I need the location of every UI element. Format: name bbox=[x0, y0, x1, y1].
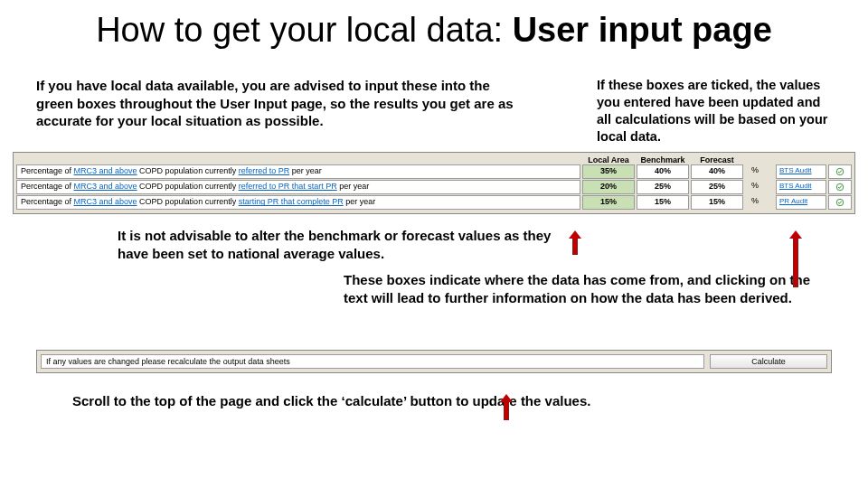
updated-tick-icon bbox=[828, 164, 852, 179]
gap bbox=[765, 180, 774, 194]
table-row: Percentage of MRC3 and above COPD popula… bbox=[16, 180, 852, 194]
table-row: Percentage of MRC3 and above COPD popula… bbox=[16, 195, 852, 210]
local-area-input[interactable]: 20% bbox=[582, 180, 635, 194]
row-label: Percentage of MRC3 and above COPD popula… bbox=[16, 164, 580, 179]
header-local: Local Area bbox=[582, 155, 635, 164]
note-scroll-calculate: Scroll to the top of the page and click … bbox=[72, 393, 868, 408]
local-area-input[interactable]: 35% bbox=[582, 164, 635, 179]
local-area-input[interactable]: 15% bbox=[582, 195, 635, 210]
gap bbox=[765, 164, 774, 179]
intro-left-text: If you have local data available, you ar… bbox=[36, 77, 524, 145]
arrow-up-audit bbox=[793, 237, 798, 287]
row-label: Percentage of MRC3 and above COPD popula… bbox=[16, 195, 580, 210]
title-bold: User input page bbox=[513, 11, 772, 49]
unit-label: % bbox=[745, 195, 765, 210]
updated-tick-icon bbox=[828, 180, 852, 194]
header-benchmark: Benchmark bbox=[637, 155, 689, 164]
benchmark-value: 15% bbox=[637, 195, 689, 210]
arrow-up-calculate bbox=[504, 400, 509, 420]
benchmark-value: 25% bbox=[637, 180, 689, 194]
forecast-value: 15% bbox=[691, 195, 743, 210]
page-title: How to get your local data: User input p… bbox=[0, 11, 868, 50]
benchmark-value: 40% bbox=[637, 164, 689, 179]
intro-right-text: If these boxes are ticked, the values yo… bbox=[597, 77, 832, 145]
header-forecast: Forecast bbox=[691, 155, 743, 164]
spreadsheet-panel: Local Area Benchmark Forecast Percentage… bbox=[13, 152, 855, 214]
table-row: Percentage of MRC3 and above COPD popula… bbox=[16, 164, 852, 179]
arrow-up-benchmark bbox=[572, 237, 578, 255]
forecast-value: 40% bbox=[691, 164, 743, 179]
audit-source-link[interactable]: BTS Audit bbox=[776, 180, 826, 194]
forecast-value: 25% bbox=[691, 180, 743, 194]
unit-label: % bbox=[745, 180, 765, 194]
calculate-button[interactable]: Calculate bbox=[710, 354, 827, 369]
note-benchmark: It is not advisable to alter the benchma… bbox=[118, 227, 570, 262]
calc-instruction: If any values are changed please recalcu… bbox=[41, 354, 704, 369]
calculate-bar: If any values are changed please recalcu… bbox=[36, 350, 832, 373]
title-plain: How to get your local data: bbox=[96, 11, 512, 49]
audit-source-link[interactable]: BTS Audit bbox=[776, 164, 826, 179]
unit-label: % bbox=[745, 164, 765, 179]
gap bbox=[765, 195, 774, 210]
header-row: Local Area Benchmark Forecast bbox=[16, 155, 852, 164]
updated-tick-icon bbox=[828, 195, 852, 210]
audit-source-link[interactable]: PR Audit bbox=[776, 195, 826, 210]
note-data-source: These boxes indicate where the data has … bbox=[344, 271, 823, 306]
row-label: Percentage of MRC3 and above COPD popula… bbox=[16, 180, 580, 194]
